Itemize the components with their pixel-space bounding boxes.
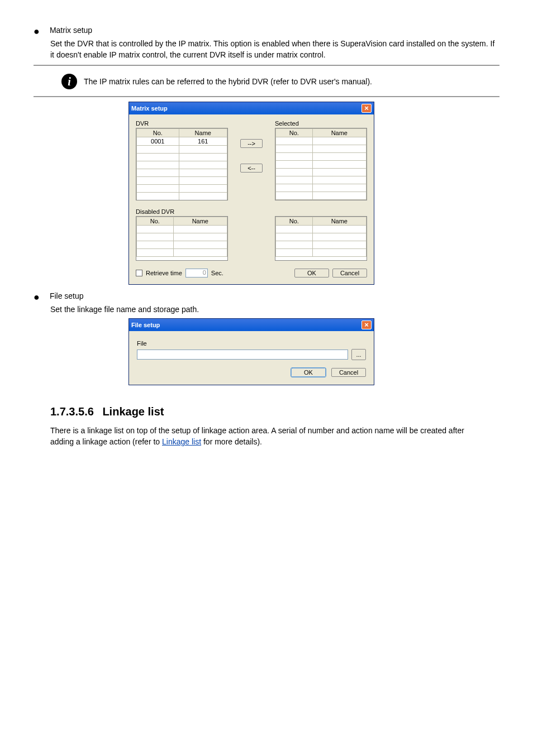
bullet-matrix: ● Matrix setup (34, 26, 499, 37)
info-icon: i (61, 74, 77, 89)
file-paragraph: Set the linkage file name and storage pa… (50, 304, 499, 315)
matrix-paragraph: Set the DVR that is controlled by the IP… (50, 38, 499, 60)
matrix-dialog-title: Matrix setup (131, 105, 168, 112)
section-paragraph: There is a linkage list on top of the se… (50, 425, 483, 447)
retrieve-input[interactable]: 0 (185, 269, 208, 277)
cell-name: 161 (179, 137, 227, 146)
disabled-grid-right[interactable]: No. Name (275, 216, 367, 261)
move-right-button[interactable]: --> (240, 139, 263, 148)
selected-label: Selected (275, 120, 367, 127)
move-left-button[interactable]: <-- (240, 164, 263, 173)
linkage-list-link[interactable]: Linkage list (162, 437, 201, 446)
file-dialog-title: File setup (131, 322, 160, 328)
retrieve-checkbox[interactable] (136, 270, 142, 276)
col-name: Name (312, 217, 366, 226)
matrix-bottom-row: Retrieve time 0 Sec. OK Cancel (136, 269, 367, 277)
file-path-input[interactable] (137, 350, 348, 360)
table-row[interactable]: 0001 161 (137, 137, 227, 146)
file-dialog-body: File ... OK Cancel (129, 331, 374, 385)
note-text: The IP matrix rules can be referred to t… (84, 74, 372, 87)
col-no: No. (276, 217, 313, 226)
transfer-buttons: --> <-- (240, 120, 263, 200)
file-label: File (137, 340, 366, 347)
sec-label: Sec. (211, 270, 223, 276)
col-name: Name (173, 217, 227, 226)
dvr-block: DVR No. Name 0001 161 (136, 120, 228, 200)
section-desc-after: for more details). (203, 437, 262, 446)
dvr-label: DVR (136, 120, 228, 127)
file-titlebar: File setup × (129, 319, 374, 331)
cancel-button[interactable]: Cancel (332, 269, 367, 277)
col-no: No. (276, 129, 313, 137)
file-dialog: File setup × File ... OK Cancel (129, 318, 374, 385)
disabled-grid-left[interactable]: No. Name (136, 216, 228, 261)
bullet-title: File setup (50, 291, 84, 300)
matrix-dialog-body: DVR No. Name 0001 161 (129, 114, 374, 284)
bullet-icon: ● (34, 291, 40, 303)
browse-button[interactable]: ... (351, 349, 366, 360)
ok-button[interactable]: OK (291, 368, 326, 377)
bullet-file: ● File setup (34, 291, 499, 303)
selected-grid[interactable]: No. Name (275, 128, 367, 200)
section-title: Linkage list (102, 405, 164, 418)
cancel-button[interactable]: Cancel (331, 368, 366, 377)
col-no: No. (137, 217, 174, 226)
dvr-grid[interactable]: No. Name 0001 161 (136, 128, 228, 200)
ok-button[interactable]: OK (294, 269, 329, 277)
bullet-icon: ● (34, 26, 40, 37)
disabled-label: Disabled DVR (136, 208, 367, 215)
divider (34, 65, 499, 66)
col-name: Name (312, 129, 366, 137)
retrieve-label: Retrieve time (146, 270, 182, 276)
note-row: i The IP matrix rules can be referred to… (34, 70, 499, 92)
matrix-titlebar: Matrix setup × (129, 102, 374, 114)
bullet-title: Matrix setup (50, 26, 92, 35)
cell-no: 0001 (137, 137, 179, 146)
close-icon[interactable]: × (361, 320, 372, 329)
col-name: Name (179, 129, 227, 137)
matrix-dialog: Matrix setup × DVR No. Name 0001 161 (129, 102, 374, 285)
close-icon[interactable]: × (361, 104, 372, 113)
col-no: No. (137, 129, 179, 137)
selected-block: Selected No. Name (275, 120, 367, 200)
section-heading: 1.7.3.5.6 Linkage list (50, 405, 499, 418)
disabled-row: Disabled DVR No. Name (136, 208, 367, 261)
divider (34, 96, 499, 97)
matrix-top-row: DVR No. Name 0001 161 (136, 120, 367, 200)
section-number: 1.7.3.5.6 (50, 405, 94, 418)
